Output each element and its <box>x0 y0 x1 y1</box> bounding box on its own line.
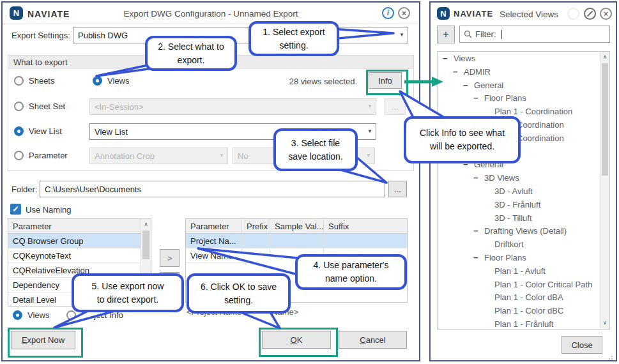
tree-item[interactable]: Plan 1 - Coordination <box>494 107 572 116</box>
callout-2-line1: 2. Select what to <box>158 40 224 54</box>
naming-column-header[interactable]: Parameter <box>186 219 242 233</box>
sheets-radio[interactable] <box>14 76 24 86</box>
tree-item[interactable]: Plan 1 - Color dBC <box>494 306 563 315</box>
folder-browse-button[interactable]: ... <box>388 181 407 197</box>
panel-close-button[interactable]: Close <box>562 336 602 354</box>
scroll-up-icon[interactable]: ∧ <box>600 54 609 60</box>
sheet-set-label[interactable]: Sheet Set <box>29 102 65 111</box>
callout-2: 2. Select what to export. <box>145 36 237 71</box>
slash-circle-icon[interactable] <box>584 8 596 20</box>
parameter-combo-1-value: Annotation Crop <box>95 151 155 161</box>
tree-collapse-icon[interactable]: − <box>473 253 478 262</box>
tree-item[interactable]: Floor Plans <box>484 93 526 103</box>
close-icon[interactable]: × <box>398 7 410 19</box>
naming-cell[interactable] <box>324 234 406 248</box>
add-button[interactable]: + <box>437 26 455 43</box>
dialog-title: Export DWG Configuration - Unnamed Expor… <box>3 9 419 19</box>
titlebar-separator <box>3 24 419 24</box>
scrollbar-thumb[interactable] <box>142 231 149 259</box>
scroll-up-icon[interactable]: ∧ <box>141 221 151 227</box>
view-list-label[interactable]: View List <box>29 126 62 136</box>
use-naming-checkbox[interactable]: ✓ <box>10 204 21 215</box>
chevron-down-icon: ▼ <box>367 103 372 109</box>
tree-item[interactable]: Views <box>454 54 475 63</box>
tree-collapse-icon[interactable]: − <box>473 93 478 103</box>
tree-item[interactable]: Drafting Views (Detail) <box>484 226 567 236</box>
sheet-set-combo: <In-Session> ▼ <box>89 98 376 115</box>
scroll-down-icon[interactable]: ∨ <box>600 319 609 326</box>
export-settings-label: Export Settings: <box>11 31 70 40</box>
tree-collapse-icon[interactable]: − <box>473 226 478 236</box>
parameter-label[interactable]: Parameter <box>29 151 68 160</box>
filter-input[interactable]: Filter: <box>459 26 610 43</box>
export-settings-combo[interactable]: Publish DWG ▼ <box>73 27 408 43</box>
callout-5-line2: to direct export. <box>97 293 159 307</box>
info-circle-icon[interactable]: i <box>382 7 394 19</box>
callout-4-line1: 4. Use parameter's <box>314 259 389 272</box>
move-right-button[interactable]: > <box>160 249 180 267</box>
naming-cell[interactable]: Project Na... <box>186 234 242 248</box>
tree-item[interactable]: 3D - Frånluft <box>494 200 540 209</box>
tree-item[interactable]: 3D - Tilluft <box>494 213 532 223</box>
naming-views-label[interactable]: Views <box>27 310 49 320</box>
tree-collapse-icon[interactable]: − <box>443 54 448 63</box>
naming-column-header[interactable]: Sample Val... <box>270 219 324 233</box>
tree-collapse-icon[interactable]: − <box>463 80 468 90</box>
callout-7-line1: Click Info to see what <box>420 126 505 140</box>
tree-item[interactable]: Floor Plans <box>484 253 526 262</box>
naming-column-header[interactable]: Suffix <box>324 219 406 233</box>
selected-views-panel: N NAVIATE Selected Views × + Filter: −Vi… <box>429 1 617 361</box>
naming-cell[interactable] <box>270 234 324 248</box>
tree-item[interactable]: Coordination <box>517 120 564 130</box>
callout-5: 5. Use export now to direct export. <box>72 273 184 312</box>
tree-item[interactable]: Plan 1 - Color Critical Path <box>494 280 592 289</box>
project-info-radio[interactable] <box>66 310 76 320</box>
search-icon <box>464 30 472 38</box>
views-radio[interactable] <box>93 76 102 86</box>
close-icon[interactable]: × <box>600 8 612 20</box>
tree-collapse-icon[interactable]: − <box>473 173 478 183</box>
chevron-down-icon[interactable]: ▼ <box>399 32 404 38</box>
chevron-down-icon[interactable]: ▼ <box>367 128 372 134</box>
tree-item[interactable]: General <box>474 80 503 90</box>
folder-label: Folder: <box>11 185 37 194</box>
callout-1-line1: 1. Select export <box>263 26 325 39</box>
tree-item[interactable]: 3D Views <box>484 173 519 183</box>
folder-input[interactable]: C:\Users\User\Documents <box>40 181 385 197</box>
callout-1-line2: setting. <box>279 39 308 52</box>
views-selected-text: 28 views selected. <box>277 77 357 86</box>
ok-highlight-box <box>259 328 338 357</box>
naming-cell[interactable] <box>242 234 270 248</box>
naming-column-header[interactable]: Prefix <box>242 219 270 233</box>
tree-scrollbar[interactable]: ∧ ∨ <box>600 52 609 329</box>
resize-grip-icon[interactable] <box>607 355 613 360</box>
sheets-label[interactable]: Sheets <box>29 76 54 86</box>
tree-item[interactable]: ADMIR <box>464 67 491 77</box>
tree-collapse-icon[interactable]: − <box>453 67 458 77</box>
tree-item[interactable]: Plan 1 - Color dBA <box>494 292 563 302</box>
naviate-logo-icon: N <box>437 7 450 20</box>
parameter-list-item[interactable]: CQ Browser Group <box>8 234 142 248</box>
use-naming-label[interactable]: Use Naming <box>26 205 72 215</box>
naming-cell[interactable] <box>242 248 270 262</box>
parameter-list-item[interactable]: CQKeynoteText <box>8 248 142 263</box>
views-label[interactable]: Views <box>107 76 129 86</box>
tree-item[interactable]: Plan 1 - Avluft <box>494 266 546 276</box>
panel-title: Selected Views <box>500 10 558 19</box>
callout-6: 6. Click OK to save setting. <box>187 273 291 314</box>
naming-views-radio[interactable] <box>13 310 22 320</box>
callout-3-line2: save location. <box>288 150 343 163</box>
sheet-set-radio[interactable] <box>14 102 24 111</box>
callout-3: 3. Select file save location. <box>273 128 358 171</box>
tree-item[interactable]: Coordination <box>517 133 564 143</box>
naming-cell[interactable]: View Name <box>186 248 242 262</box>
tree-item[interactable]: 3D - Avluft <box>494 186 533 196</box>
parameter-radio[interactable] <box>14 151 24 160</box>
tree-item[interactable]: Plan 1 - Frånluft <box>494 319 554 329</box>
tree-item[interactable]: Driftkort <box>494 239 524 249</box>
cancel-button[interactable]: Cancel <box>339 331 407 349</box>
scrollbar-thumb[interactable] <box>602 63 608 176</box>
view-list-radio[interactable] <box>14 126 24 136</box>
naming-table-row[interactable]: Project Na... <box>186 234 407 248</box>
callout-6-line1: 6. Click OK to save <box>201 280 277 294</box>
